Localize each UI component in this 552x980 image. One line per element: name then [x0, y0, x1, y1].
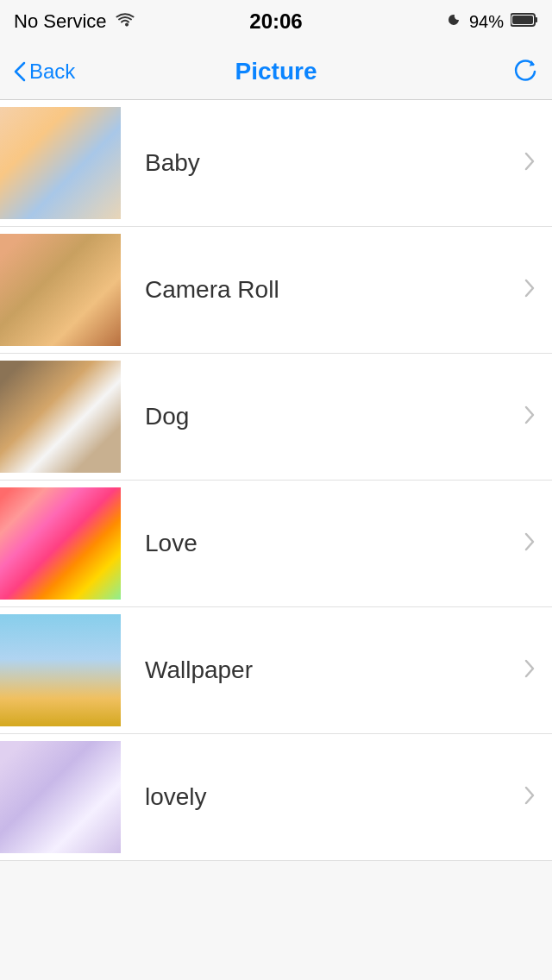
album-label: Baby: [121, 149, 524, 177]
list-item[interactable]: Wallpaper: [0, 607, 552, 734]
album-thumbnail: [0, 741, 121, 853]
chevron-right-icon: [524, 657, 552, 684]
chevron-right-icon: [524, 784, 552, 811]
page-title: Picture: [100, 58, 452, 85]
album-label: Dog: [121, 403, 524, 430]
time-display: 20:06: [152, 9, 400, 34]
status-left: No Service: [14, 10, 152, 33]
album-thumbnail: [0, 487, 121, 600]
battery-percent: 94%: [469, 12, 504, 32]
chevron-right-icon: [524, 531, 552, 557]
refresh-button[interactable]: [452, 59, 538, 85]
nav-bar: Back Picture: [0, 43, 552, 100]
album-list: BabyCamera RollDogLoveWallpaperlovely: [0, 100, 552, 861]
moon-icon: [447, 12, 462, 32]
album-label: Love: [121, 530, 524, 557]
list-item[interactable]: Dog: [0, 354, 552, 481]
battery-icon: [511, 12, 538, 32]
refresh-icon: [512, 59, 538, 85]
album-label: Camera Roll: [121, 276, 524, 304]
chevron-left-icon: [14, 61, 26, 82]
carrier-text: No Service: [14, 10, 107, 33]
status-right: 94%: [400, 12, 538, 32]
list-item[interactable]: lovely: [0, 734, 552, 861]
chevron-right-icon: [524, 150, 552, 177]
album-thumbnail: [0, 361, 121, 473]
svg-rect-2: [512, 16, 533, 24]
back-button[interactable]: Back: [14, 60, 100, 84]
list-item[interactable]: Camera Roll: [0, 227, 552, 354]
album-thumbnail: [0, 234, 121, 346]
svg-rect-1: [535, 17, 537, 22]
wifi-icon: [116, 10, 135, 33]
chevron-right-icon: [524, 404, 552, 430]
album-label: Wallpaper: [121, 656, 524, 684]
back-label: Back: [29, 60, 75, 84]
list-item[interactable]: Love: [0, 481, 552, 607]
list-item[interactable]: Baby: [0, 100, 552, 227]
chevron-right-icon: [524, 277, 552, 304]
album-thumbnail: [0, 107, 121, 219]
album-thumbnail: [0, 614, 121, 726]
status-bar: No Service 20:06 94%: [0, 0, 552, 43]
album-label: lovely: [121, 783, 524, 811]
